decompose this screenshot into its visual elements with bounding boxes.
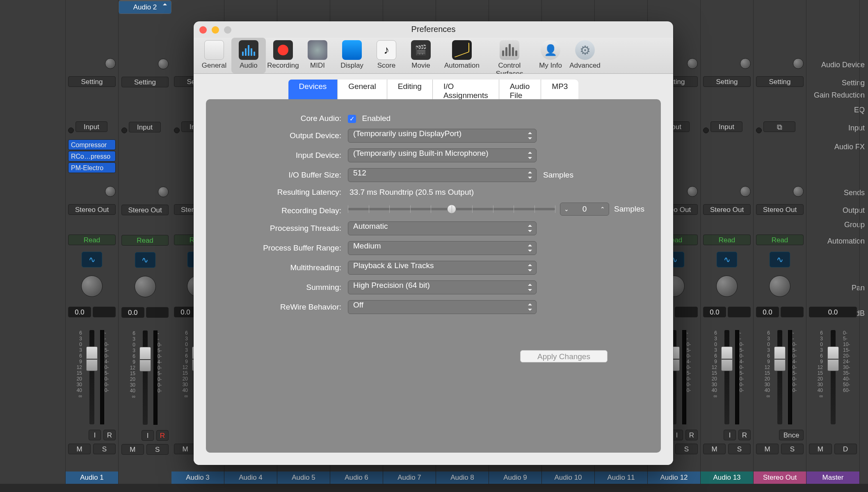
- send-knob[interactable]: [740, 186, 751, 197]
- toolbar-advanced[interactable]: ⚙Advanced: [568, 38, 602, 73]
- toolbar-score[interactable]: ♪Score: [369, 38, 404, 73]
- track-name[interactable]: Audio 12: [648, 472, 700, 484]
- track-name[interactable]: Audio 9: [489, 472, 541, 484]
- mute-button[interactable]: M: [121, 444, 144, 455]
- recording-delay-stepper[interactable]: ⌄ 0 ⌃: [560, 203, 609, 216]
- fx-slot[interactable]: PM-Electro: [68, 162, 116, 173]
- pan-knob[interactable]: [135, 276, 156, 297]
- stepper-up[interactable]: ⌃: [596, 203, 609, 215]
- mute-button[interactable]: M: [809, 444, 832, 454]
- link-icon[interactable]: ⧉: [763, 121, 795, 132]
- fader-handle[interactable]: [827, 346, 839, 371]
- send-knob[interactable]: [687, 186, 698, 197]
- toolbar-movie[interactable]: 🎬Movie: [404, 38, 438, 73]
- gain-knob[interactable]: [740, 58, 751, 69]
- input-device-select[interactable]: (Temporarily using Built-in Microphone): [348, 148, 537, 162]
- fader-handle[interactable]: [774, 346, 786, 371]
- stepper-down[interactable]: ⌄: [560, 203, 573, 215]
- track-name[interactable]: Audio 7: [383, 472, 436, 484]
- record-enable-button[interactable]: R: [156, 430, 169, 441]
- input-select[interactable]: Input: [710, 121, 742, 132]
- mute-button[interactable]: M: [174, 444, 196, 454]
- fader-handle[interactable]: [86, 346, 98, 371]
- send-knob[interactable]: [105, 186, 116, 197]
- pan-knob[interactable]: [716, 276, 738, 297]
- processing-threads-select[interactable]: Automatic: [348, 221, 537, 235]
- track-name[interactable]: Audio 3: [171, 472, 224, 484]
- output-select[interactable]: Stereo Out: [703, 204, 751, 215]
- automation-mode-button[interactable]: Read: [68, 235, 116, 245]
- solo-button[interactable]: S: [675, 444, 698, 454]
- recording-delay-slider[interactable]: [348, 208, 555, 210]
- db-value[interactable]: 0.0: [68, 307, 91, 317]
- track-icon[interactable]: ∿: [82, 252, 102, 267]
- fx-slot[interactable]: Compressor: [68, 139, 116, 150]
- fader-track[interactable]: [724, 330, 729, 424]
- send-knob[interactable]: [793, 186, 804, 197]
- gain-knob[interactable]: [793, 58, 804, 69]
- bounce-button[interactable]: Bnce: [779, 430, 804, 440]
- track-name[interactable]: Audio 5: [277, 472, 330, 484]
- toolbar-control_surfaces[interactable]: Control Surfaces: [486, 38, 533, 73]
- fader-track[interactable]: [831, 330, 836, 424]
- input-format-icon[interactable]: [174, 128, 180, 133]
- gain-knob[interactable]: [105, 58, 116, 69]
- mute-button[interactable]: M: [68, 444, 91, 454]
- record-enable-button[interactable]: R: [738, 430, 751, 440]
- output-device-select[interactable]: (Temporarily using DisplayPort): [348, 129, 537, 143]
- peak-value[interactable]: [728, 307, 751, 317]
- record-enable-button[interactable]: R: [685, 430, 698, 440]
- fader-track[interactable]: [143, 330, 148, 425]
- toolbar-audio[interactable]: Audio: [231, 38, 266, 73]
- setting-button[interactable]: Setting: [703, 76, 751, 87]
- pan-knob[interactable]: [769, 276, 790, 297]
- db-value[interactable]: 0.0: [121, 307, 144, 318]
- track-name[interactable]: Audio 10: [542, 472, 594, 484]
- track-name[interactable]: Audio 1: [66, 472, 118, 484]
- input-select[interactable]: Input: [75, 121, 107, 132]
- track-name[interactable]: Audio 4: [224, 472, 277, 484]
- record-enable-button[interactable]: R: [103, 430, 116, 440]
- dim-button[interactable]: D: [834, 444, 857, 454]
- solo-button[interactable]: S: [781, 444, 804, 454]
- input-format-icon[interactable]: [703, 128, 709, 133]
- toolbar-my_info[interactable]: 👤My Info: [533, 38, 568, 73]
- fx-slot[interactable]: RCo…presso: [68, 151, 116, 162]
- track-icon[interactable]: ∿: [770, 252, 790, 267]
- output-select[interactable]: Stereo Out: [756, 204, 804, 215]
- track-name[interactable]: Audio 2: [119, 1, 171, 14]
- input-monitor-button[interactable]: I: [724, 430, 736, 440]
- mute-button[interactable]: M: [703, 444, 726, 454]
- toolbar-general[interactable]: General: [197, 38, 231, 73]
- track-name[interactable]: Audio 8: [436, 472, 489, 484]
- track-name[interactable]: Stereo Out: [754, 472, 806, 484]
- fader-track[interactable]: [777, 330, 782, 424]
- rewire-select[interactable]: Off: [348, 300, 537, 314]
- core-audio-checkbox[interactable]: ✓: [348, 115, 356, 123]
- db-value[interactable]: 0.0: [809, 307, 857, 317]
- track-name[interactable]: Audio 13: [701, 472, 753, 484]
- multithreading-select[interactable]: Playback & Live Tracks: [348, 261, 537, 275]
- toolbar-automation[interactable]: Automation: [438, 38, 486, 73]
- solo-button[interactable]: S: [728, 444, 751, 454]
- mute-button[interactable]: M: [756, 444, 779, 454]
- peak-value[interactable]: [93, 307, 116, 317]
- input-format-icon[interactable]: [756, 128, 762, 133]
- setting-button[interactable]: Setting: [68, 76, 116, 87]
- input-monitor-button[interactable]: I: [89, 430, 101, 440]
- summing-select[interactable]: High Precision (64 bit): [348, 280, 537, 294]
- gain-knob[interactable]: [687, 58, 698, 69]
- input-monitor-button[interactable]: I: [142, 430, 154, 441]
- solo-button[interactable]: S: [93, 444, 116, 454]
- db-value[interactable]: 0.0: [756, 307, 779, 317]
- solo-button[interactable]: S: [146, 444, 169, 455]
- automation-mode-button[interactable]: Read: [756, 235, 804, 245]
- io-buffer-select[interactable]: 512: [348, 168, 537, 182]
- pan-knob[interactable]: [81, 276, 103, 297]
- track-name[interactable]: Audio 11: [595, 472, 647, 484]
- fader-track[interactable]: [89, 330, 94, 424]
- process-buffer-range-select[interactable]: Medium: [348, 241, 537, 255]
- setting-button[interactable]: Setting: [121, 77, 169, 87]
- automation-mode-button[interactable]: Read: [121, 235, 169, 246]
- input-format-icon[interactable]: [68, 128, 74, 133]
